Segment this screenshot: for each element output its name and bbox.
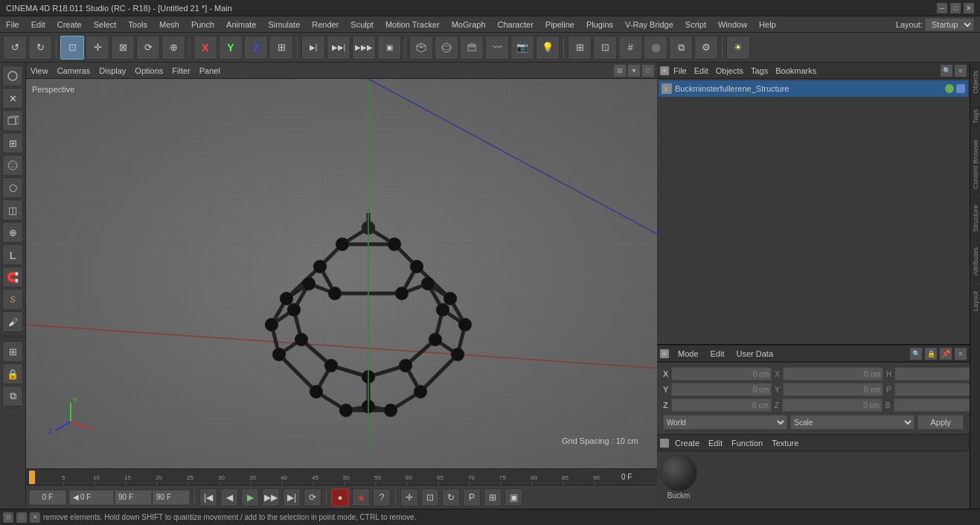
all-axis-button[interactable]: ⊞: [269, 36, 293, 60]
loop-button[interactable]: ⟳: [304, 489, 321, 506]
timeline-ruler[interactable]: 0 5 10 15 20 25 30 35 40 45 50 55: [26, 468, 657, 485]
sphere-button[interactable]: [435, 36, 458, 60]
minimize-button[interactable]: ─: [937, 3, 947, 13]
mat-create[interactable]: Create: [672, 437, 702, 449]
undo-button[interactable]: ↺: [3, 36, 27, 60]
camera-button[interactable]: 📷: [510, 36, 534, 60]
left-tool-polygon[interactable]: ⬡: [2, 177, 23, 198]
menu-tools[interactable]: Tools: [122, 16, 153, 32]
scale-select[interactable]: Scale Size: [790, 415, 915, 430]
status-icon-3[interactable]: ✕: [30, 512, 40, 523]
menu-animate[interactable]: Animate: [220, 16, 262, 32]
obj-search-btn[interactable]: 🔍: [941, 65, 952, 77]
landscape-button[interactable]: 〰: [485, 36, 509, 60]
vp-panel[interactable]: Panel: [195, 65, 225, 77]
z-axis-button[interactable]: Z: [244, 36, 268, 60]
left-tool-extrude[interactable]: ⊕: [2, 222, 23, 243]
material-ball[interactable]: [660, 454, 697, 491]
y-pos-input[interactable]: [671, 383, 772, 396]
grid-button[interactable]: #: [618, 36, 642, 60]
vp-ctrl-2[interactable]: ▼: [628, 65, 640, 77]
left-tool-cube[interactable]: [2, 110, 23, 131]
tab-attributes[interactable]: Attributes: [970, 239, 980, 283]
preview-start-input[interactable]: [80, 493, 110, 501]
tab-content-browser[interactable]: Content Browser: [970, 131, 980, 197]
left-tool-layers2[interactable]: ⧉: [2, 386, 23, 407]
h-rot-input[interactable]: [894, 367, 970, 381]
apply-button[interactable]: Apply: [917, 415, 964, 430]
menu-pipeline[interactable]: Pipeline: [539, 16, 580, 32]
vp-ctrl-3[interactable]: □: [642, 65, 654, 77]
attr-lock-btn[interactable]: 🔒: [925, 348, 937, 360]
menu-select[interactable]: Select: [88, 16, 123, 32]
tangent-button[interactable]: ↻: [442, 489, 460, 506]
menu-window[interactable]: Window: [712, 16, 753, 32]
obj-filter-btn[interactable]: ≡: [955, 65, 967, 77]
x-scale-input[interactable]: [783, 367, 883, 381]
scale-tool-button[interactable]: ⊠: [111, 36, 135, 60]
tab-structure[interactable]: Structure: [970, 197, 980, 240]
y-axis-button[interactable]: Y: [219, 36, 243, 60]
vp-options[interactable]: Options: [130, 65, 167, 77]
render-view-button[interactable]: ▣: [377, 36, 401, 60]
menu-punch[interactable]: Punch: [185, 16, 220, 32]
left-tool-bevel[interactable]: ◫: [2, 200, 23, 220]
render-all-button[interactable]: ▶▶▶: [352, 36, 376, 60]
left-tool-l[interactable]: L: [2, 244, 23, 265]
z-pos-input[interactable]: [671, 398, 772, 412]
current-frame-input[interactable]: [29, 490, 66, 505]
menu-motion-tracker[interactable]: Motion Tracker: [379, 16, 446, 32]
left-tool-s[interactable]: S: [2, 289, 23, 310]
menu-create[interactable]: Create: [51, 16, 88, 32]
world-select[interactable]: World Object: [663, 415, 787, 430]
menu-sculpt[interactable]: Sculpt: [345, 16, 379, 32]
menu-mograph[interactable]: MoGraph: [446, 16, 492, 32]
b-rot-input[interactable]: [894, 398, 970, 412]
viewport-3d[interactable]: Perspective Grid Spacing : 10 cm X Y: [26, 79, 657, 468]
menu-script[interactable]: Script: [679, 16, 712, 32]
snap-key-button[interactable]: ✛: [400, 489, 418, 506]
play-fast-button[interactable]: ▶▶: [262, 489, 280, 506]
vp-ctrl-1[interactable]: ⊞: [614, 65, 626, 77]
menu-mesh[interactable]: Mesh: [153, 16, 185, 32]
menu-render[interactable]: Render: [306, 16, 345, 32]
left-tool-lock[interactable]: 🔒: [2, 363, 23, 384]
left-tool-checker[interactable]: ⊞: [2, 133, 23, 153]
attr-menu-btn[interactable]: ≡: [955, 348, 967, 360]
go-start-button[interactable]: |◀: [199, 489, 217, 506]
light2-button[interactable]: ☀: [726, 36, 750, 60]
layers-button[interactable]: ⧉: [669, 36, 693, 60]
move-tool-button[interactable]: ✛: [86, 36, 109, 60]
attr-menu-mode[interactable]: Mode: [675, 348, 702, 360]
attr-menu-edit[interactable]: Edit: [708, 348, 728, 360]
obj-menu-objects[interactable]: Objects: [713, 65, 746, 77]
obj-menu-tags[interactable]: Tags: [748, 65, 771, 77]
close-button[interactable]: ✕: [964, 3, 974, 13]
menu-character[interactable]: Character: [492, 16, 539, 32]
left-tool-mode2[interactable]: ✕: [2, 88, 23, 109]
left-tool-mode1[interactable]: [2, 66, 23, 86]
menu-edit[interactable]: Edit: [25, 16, 51, 32]
help-button[interactable]: ?: [373, 489, 391, 506]
key-sel-button[interactable]: ⊡: [421, 489, 439, 506]
vp-filter[interactable]: Filter: [167, 65, 194, 77]
timeline-view-button[interactable]: ⊞: [484, 489, 502, 506]
obj-menu-bookmarks[interactable]: Bookmarks: [772, 65, 819, 77]
record-button[interactable]: ●: [331, 489, 349, 506]
attr-pin-btn[interactable]: 📌: [940, 348, 952, 360]
render-frame-button[interactable]: ▶▶|: [327, 36, 350, 60]
x-axis-button[interactable]: X: [193, 36, 217, 60]
left-tool-brush[interactable]: 🖌: [2, 311, 23, 332]
redo-button[interactable]: ↻: [28, 36, 52, 60]
vp-display[interactable]: Display: [95, 65, 130, 77]
obj-menu-file[interactable]: File: [670, 65, 690, 77]
vp-view[interactable]: View: [26, 65, 53, 77]
layout-select[interactable]: Startup: [925, 18, 974, 31]
render-settings-button[interactable]: ⚙: [694, 36, 718, 60]
menu-plugins[interactable]: Plugins: [580, 16, 619, 32]
y-scale-input[interactable]: [783, 383, 883, 396]
x-pos-input[interactable]: [671, 367, 772, 381]
rotate-tool-button[interactable]: ⟳: [136, 36, 160, 60]
attr-menu-userdata[interactable]: User Data: [734, 348, 777, 360]
motion-clip-button[interactable]: ▣: [505, 489, 522, 506]
